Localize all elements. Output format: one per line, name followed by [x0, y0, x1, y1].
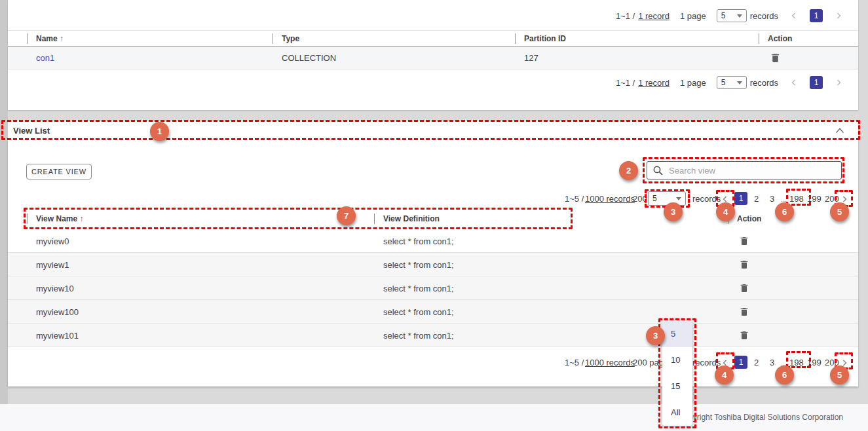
next-page-icon[interactable] — [833, 10, 844, 21]
column-header-type: Type — [282, 34, 299, 43]
records-label: records — [692, 358, 721, 367]
column-header-view-name[interactable]: View Name ↑ — [36, 214, 84, 223]
delete-view-icon[interactable] — [739, 329, 749, 341]
column-separator — [27, 33, 28, 44]
page-button-2[interactable]: 2 — [754, 194, 759, 204]
view-name-cell: myview101 — [36, 331, 79, 341]
current-page-button[interactable]: 1 — [810, 9, 823, 22]
container-name-link[interactable]: con1 — [36, 53, 54, 63]
caret-down-icon — [676, 197, 681, 200]
column-header-action: Action — [737, 214, 761, 223]
search-view-box — [647, 161, 842, 179]
dropdown-option-10[interactable]: 10 — [662, 347, 692, 373]
column-header-action: Action — [768, 34, 792, 43]
view-name-cell: myview100 — [36, 307, 79, 317]
container-pagination-top: 1~1 / 1 record 1 page 5 records 1 — [616, 9, 844, 22]
column-separator — [27, 214, 28, 224]
column-header-view-definition: View Definition — [383, 214, 440, 223]
record-range: 1~1 / — [616, 78, 635, 88]
page-count: 1 page — [680, 78, 706, 88]
page: 1~1 / 1 record 1 page 5 records 1 Name ↑… — [0, 0, 868, 431]
annotation-badge-5b: 5 — [830, 365, 849, 384]
next-page-icon[interactable] — [833, 77, 844, 88]
page-button-198[interactable]: 198 — [789, 358, 804, 367]
annotation-badge-6: 6 — [775, 202, 794, 221]
annotation-badge-4b: 4 — [715, 365, 734, 384]
footer: © Copyright Toshiba Digital Solutions Co… — [0, 404, 868, 431]
page-size-select[interactable]: 5 — [717, 9, 747, 22]
create-view-button[interactable]: CREATE VIEW — [26, 164, 92, 179]
page-button-3[interactable]: 3 — [770, 194, 774, 204]
annotation-badge-5: 5 — [830, 202, 849, 221]
annotation-badge-7: 7 — [337, 206, 356, 225]
view-list-title: View List — [13, 126, 50, 136]
view-name-cell: myview0 — [36, 236, 69, 246]
page-button-199[interactable]: 199 — [807, 358, 821, 367]
sort-asc-icon: ↑ — [80, 214, 84, 223]
view-definition-cell: select * from con1; — [383, 236, 454, 246]
page-button-1[interactable]: 1 — [734, 192, 747, 205]
page-button-199[interactable]: 199 — [807, 194, 821, 204]
record-range: 1~5 / — [565, 358, 584, 367]
caret-down-icon — [737, 81, 742, 84]
prev-page-icon[interactable] — [789, 77, 799, 88]
annotation-badge-3b: 3 — [646, 326, 665, 345]
view-definition-cell: select * from con1; — [383, 307, 454, 317]
records-label: records — [692, 194, 721, 204]
record-count-link[interactable]: 1000 records — [585, 358, 635, 367]
record-range: 1~1 / — [616, 11, 635, 21]
prev-page-icon[interactable] — [789, 10, 799, 21]
record-count-link[interactable]: 1000 records — [585, 194, 635, 204]
container-partition-cell: 127 — [524, 53, 538, 63]
container-type-cell: COLLECTION — [282, 53, 336, 63]
page-button-3[interactable]: 3 — [770, 358, 774, 367]
sort-asc-icon: ↑ — [60, 34, 64, 43]
collapse-chevron-up-icon[interactable] — [833, 126, 846, 135]
page-count: 1 page — [680, 11, 706, 21]
record-count-link[interactable]: 1 record — [638, 11, 670, 21]
left-margin-strip — [0, 0, 8, 404]
annotation-badge-3: 3 — [664, 202, 683, 221]
page-button-1[interactable]: 1 — [734, 356, 747, 369]
view-definition-cell: select * from con1; — [383, 260, 454, 270]
annotation-badge-6b: 6 — [775, 365, 794, 384]
view-definition-cell: select * from con1; — [383, 284, 454, 293]
records-label: records — [750, 78, 778, 88]
delete-container-icon[interactable] — [770, 52, 781, 64]
column-header-name[interactable]: Name ↑ — [36, 34, 64, 43]
view-name-cell: myview1 — [36, 260, 69, 270]
view-list-bar[interactable] — [8, 121, 858, 140]
column-header-partition: Partition ID — [524, 34, 566, 43]
delete-view-icon[interactable] — [739, 306, 749, 318]
view-definition-cell: select * from con1; — [383, 331, 454, 341]
page-button-2[interactable]: 2 — [754, 358, 759, 367]
dropdown-option-15[interactable]: 15 — [662, 373, 692, 400]
table-top-border — [8, 30, 858, 31]
copyright-text: © Copyright Toshiba Digital Solutions Co… — [671, 413, 843, 422]
delete-view-icon[interactable] — [739, 282, 749, 294]
view-name-cell: myview10 — [36, 284, 74, 293]
records-label: records — [750, 11, 778, 21]
column-separator — [273, 33, 273, 44]
dropdown-option-all[interactable]: All — [662, 400, 692, 426]
delete-view-icon[interactable] — [739, 259, 749, 271]
annotation-badge-1: 1 — [150, 122, 169, 141]
dropdown-option-5[interactable]: 5 — [662, 321, 692, 347]
column-separator — [374, 214, 375, 224]
record-range: 1~5 / — [565, 194, 584, 204]
column-separator — [759, 33, 759, 44]
current-page-button[interactable]: 1 — [810, 76, 823, 89]
page-size-dropdown: 5 10 15 All — [662, 321, 692, 426]
page-size-select[interactable]: 5 — [648, 191, 686, 206]
annotation-badge-2: 2 — [619, 161, 638, 180]
delete-view-icon[interactable] — [739, 235, 749, 247]
column-separator — [515, 33, 516, 44]
search-icon — [652, 165, 664, 176]
table-row — [8, 47, 858, 69]
page-button-198[interactable]: 198 — [789, 194, 804, 204]
search-view-input[interactable] — [669, 166, 836, 176]
container-pagination-bottom: 1~1 / 1 record 1 page 5 records 1 — [616, 76, 844, 89]
record-count-link[interactable]: 1 record — [638, 78, 670, 88]
caret-down-icon — [737, 14, 742, 18]
page-size-select[interactable]: 5 — [717, 76, 747, 89]
